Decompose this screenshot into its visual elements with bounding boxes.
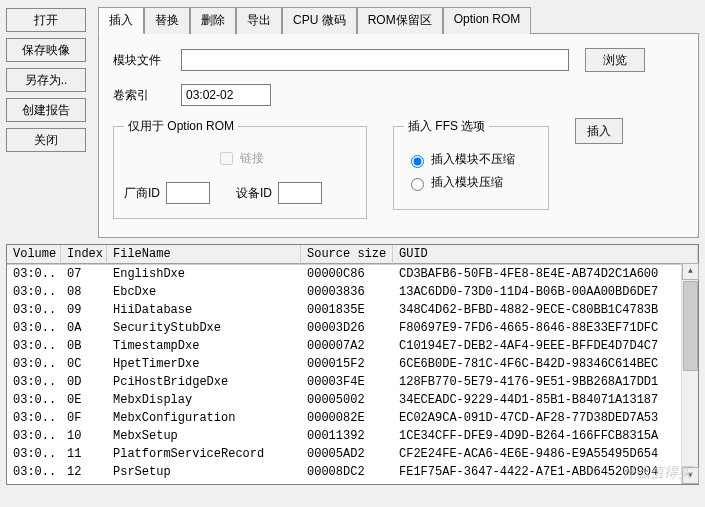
grid-header: Volume Index FileName Source size GUID <box>7 245 698 265</box>
table-row[interactable]: 03:0..0BTimestampDxe000007A2C10194E7-DEB… <box>7 337 698 355</box>
option-rom-fieldset: 仅用于 Option ROM 链接 厂商ID 设备ID <box>113 118 367 219</box>
browse-button[interactable]: 浏览 <box>585 48 645 72</box>
save-image-button[interactable]: 保存映像 <box>6 38 86 62</box>
radio-compressed[interactable] <box>411 178 424 191</box>
table-row[interactable]: 03:0..0DPciHostBridgeDxe00003F4E128FB770… <box>7 373 698 391</box>
tab-content: 模块文件 浏览 卷索引 仅用于 Option ROM 链接 厂商ID <box>98 33 699 238</box>
table-row[interactable]: 03:0..11PlatformServiceRecord00005AD2CF2… <box>7 445 698 463</box>
option-rom-legend: 仅用于 Option ROM <box>124 118 238 135</box>
table-row[interactable]: 03:0..0EMebxDisplay0000500234ECEADC-9229… <box>7 391 698 409</box>
ffs-legend: 插入 FFS 选项 <box>404 118 489 135</box>
save-as-button[interactable]: 另存为.. <box>6 68 86 92</box>
data-grid[interactable]: Volume Index FileName Source size GUID 0… <box>6 244 699 485</box>
module-file-input[interactable] <box>181 49 569 71</box>
link-label: 链接 <box>240 151 264 165</box>
table-row[interactable]: 03:0..08EbcDxe0000383613AC6DD0-73D0-11D4… <box>7 283 698 301</box>
radio-uncompressed-label: 插入模块不压缩 <box>431 152 515 166</box>
module-file-label: 模块文件 <box>113 52 181 69</box>
col-header-filename[interactable]: FileName <box>107 245 301 264</box>
radio-uncompressed[interactable] <box>411 155 424 168</box>
tab-insert[interactable]: 插入 <box>98 7 144 34</box>
table-row[interactable]: 03:0..0ASecurityStubDxe00003D26F80697E9-… <box>7 319 698 337</box>
link-checkbox <box>220 152 233 165</box>
close-button[interactable]: 关闭 <box>6 128 86 152</box>
device-id-input[interactable] <box>278 182 322 204</box>
tab-replace[interactable]: 替换 <box>144 7 190 34</box>
tab-cpu-microcode[interactable]: CPU 微码 <box>282 7 357 34</box>
device-id-label: 设备ID <box>236 185 272 202</box>
col-header-volume[interactable]: Volume <box>7 245 61 264</box>
tab-option-rom[interactable]: Option ROM <box>443 7 532 34</box>
col-header-index[interactable]: Index <box>61 245 107 264</box>
scroll-up-icon[interactable]: ▲ <box>682 263 699 280</box>
table-row[interactable]: 03:0..12PsrSetup00008DC2FE1F75AF-3647-44… <box>7 463 698 481</box>
scroll-down-icon[interactable]: ▼ <box>682 467 699 484</box>
tab-export[interactable]: 导出 <box>236 7 282 34</box>
table-row[interactable]: 03:0..09HiiDatabase0001835E348C4D62-BFBD… <box>7 301 698 319</box>
col-header-sourcesize[interactable]: Source size <box>301 245 393 264</box>
vendor-id-label: 厂商ID <box>124 185 160 202</box>
create-report-button[interactable]: 创建报告 <box>6 98 86 122</box>
table-row[interactable]: 03:0..0CHpetTimerDxe000015F26CE6B0DE-781… <box>7 355 698 373</box>
table-row[interactable]: 03:0..10MebxSetup000113921CE34CFF-DFE9-4… <box>7 427 698 445</box>
volume-index-label: 卷索引 <box>113 87 181 104</box>
scroll-thumb[interactable] <box>683 281 698 371</box>
vendor-id-input[interactable] <box>166 182 210 204</box>
col-header-guid[interactable]: GUID <box>393 245 698 264</box>
radio-compressed-label: 插入模块压缩 <box>431 175 503 189</box>
open-button[interactable]: 打开 <box>6 8 86 32</box>
tab-delete[interactable]: 删除 <box>190 7 236 34</box>
ffs-fieldset: 插入 FFS 选项 插入模块不压缩 插入模块压缩 <box>393 118 549 210</box>
table-row[interactable]: 03:0..07EnglishDxe00000C86CD3BAFB6-50FB-… <box>7 265 698 283</box>
volume-index-input[interactable] <box>181 84 271 106</box>
insert-button[interactable]: 插入 <box>575 118 623 144</box>
table-row[interactable]: 03:0..0FMebxConfiguration0000082EEC02A9C… <box>7 409 698 427</box>
tab-rom-reserved[interactable]: ROM保留区 <box>357 7 443 34</box>
tab-strip: 插入 替换 删除 导出 CPU 微码 ROM保留区 Option ROM <box>98 6 699 33</box>
scrollbar[interactable]: ▲ ▼ <box>681 263 698 484</box>
table-row[interactable]: 03:0..13CpuDxe00001EA6B03ABACF-A532-5E78… <box>7 481 698 484</box>
